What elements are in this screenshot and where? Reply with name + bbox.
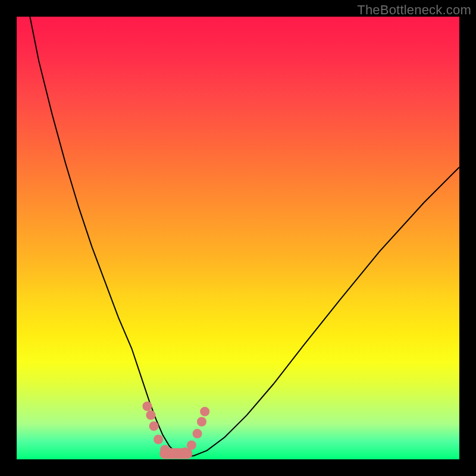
marker-dot [200,407,209,416]
marker-dot [197,417,206,427]
marker-dot [154,435,163,444]
chart-svg [17,17,459,459]
marker-dot [149,421,159,431]
bottleneck-curve [30,17,459,457]
marker-dot [146,411,155,420]
marker-dot [142,402,152,411]
outer-frame: TheBottleneck.com [0,0,476,476]
marker-dot [193,429,202,439]
watermark-text: TheBottleneck.com [357,2,471,18]
